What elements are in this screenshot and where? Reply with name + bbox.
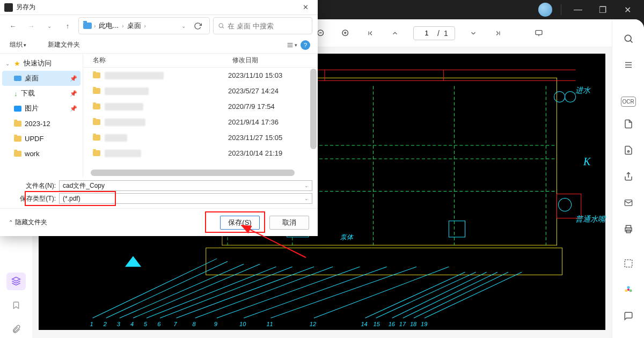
- svg-point-84: [627, 289, 629, 291]
- ocr-icon[interactable]: OCR: [621, 97, 636, 107]
- svg-line-39: [195, 267, 333, 318]
- first-page-button[interactable]: [361, 24, 380, 43]
- bookmark-icon[interactable]: [6, 297, 26, 314]
- user-avatar[interactable]: [538, 3, 552, 17]
- prev-page-button[interactable]: [385, 24, 405, 43]
- attach-icon[interactable]: [6, 320, 26, 338]
- tree-folder-work[interactable]: work: [2, 146, 80, 161]
- organize-button[interactable]: 组织 ▾: [8, 39, 28, 50]
- help-button[interactable]: ?: [301, 40, 310, 50]
- right-rail: OCR: [612, 19, 644, 338]
- svg-text:7: 7: [173, 321, 177, 327]
- column-name[interactable]: 名称: [93, 56, 232, 65]
- tree-folder-updf[interactable]: UPDF: [2, 131, 80, 146]
- tree-pictures[interactable]: 图片📌: [2, 101, 80, 116]
- breadcrumb-pc[interactable]: 此电...: [98, 21, 120, 31]
- pin-icon: 📌: [70, 75, 77, 82]
- page-icon[interactable]: [619, 114, 638, 133]
- tree-quick-access[interactable]: ⌄★快速访问: [2, 56, 80, 71]
- list-icon[interactable]: [619, 55, 638, 74]
- filetype-select[interactable]: (*.pdf)⌄: [59, 193, 312, 204]
- svg-point-28: [565, 91, 576, 102]
- svg-text:15: 15: [374, 321, 380, 327]
- breadcrumb-desktop[interactable]: 桌面: [126, 21, 142, 31]
- scrollbar-horizontal[interactable]: [91, 170, 295, 176]
- zoom-in-button[interactable]: [336, 24, 355, 43]
- file-row[interactable]: 2020/7/9 17:54: [83, 99, 318, 114]
- nav-up-button[interactable]: ↑: [60, 18, 75, 33]
- cad-label-pump: 泵体: [340, 233, 353, 242]
- tree-desktop[interactable]: 桌面📌: [2, 71, 80, 86]
- file-row[interactable]: 2023/11/10 15:03: [83, 68, 318, 83]
- dialog-close-button[interactable]: ✕: [297, 1, 313, 14]
- filename-input[interactable]: cad文件_Copy⌄: [59, 180, 312, 191]
- search-box[interactable]: [213, 17, 312, 34]
- cad-label-outlet: 普通水嘴: [575, 215, 605, 224]
- dialog-titlebar: 另存为 ✕: [0, 0, 318, 15]
- svg-text:18: 18: [410, 321, 417, 327]
- next-page-button[interactable]: [464, 24, 483, 43]
- pin-icon: 📌: [70, 105, 77, 112]
- tree-folder-2023-12[interactable]: 2023-12: [2, 116, 80, 131]
- dialog-footer: ⌃隐藏文件夹 保存(S) 取消: [0, 208, 318, 236]
- chevron-right-icon: ›: [94, 23, 96, 29]
- svg-text:4: 4: [130, 321, 134, 327]
- column-modified[interactable]: 修改日期: [232, 56, 318, 65]
- svg-text:10: 10: [239, 321, 246, 327]
- maximize-button[interactable]: ❐: [590, 0, 615, 19]
- share-icon[interactable]: [619, 167, 638, 186]
- new-folder-button[interactable]: 新建文件夹: [46, 39, 82, 50]
- tree-downloads[interactable]: ↓下载📌: [2, 86, 80, 101]
- page-indicator: / 1: [413, 26, 455, 40]
- svg-line-35: [133, 264, 260, 318]
- flower-icon[interactable]: [619, 280, 638, 299]
- svg-rect-31: [449, 221, 465, 237]
- page-current-input[interactable]: [420, 29, 433, 37]
- pin-icon: 📌: [70, 90, 77, 97]
- save-button[interactable]: 保存(S): [220, 216, 260, 230]
- file-row[interactable]: 2021/9/14 17:36: [83, 114, 318, 130]
- mail-icon[interactable]: [619, 194, 638, 212]
- breadcrumb-dropdown-icon[interactable]: ⌄: [181, 23, 186, 29]
- scrollbar-vertical[interactable]: [310, 69, 317, 149]
- dialog-app-icon: [4, 3, 13, 12]
- last-page-button[interactable]: [488, 24, 508, 43]
- chevron-right-icon: ›: [144, 23, 146, 29]
- hide-folders-toggle[interactable]: ⌃隐藏文件夹: [9, 218, 47, 227]
- file-row[interactable]: 2023/11/27 15:05: [83, 130, 318, 145]
- search-icon[interactable]: [619, 29, 638, 48]
- lock-page-icon[interactable]: [619, 141, 638, 160]
- layers-icon[interactable]: [6, 273, 26, 290]
- refresh-button[interactable]: [190, 18, 205, 33]
- svg-text:2: 2: [103, 321, 107, 327]
- file-row[interactable]: 2023/10/14 21:19: [83, 145, 318, 161]
- svg-point-85: [219, 24, 223, 27]
- file-row[interactable]: 2023/5/27 14:24: [83, 83, 318, 99]
- svg-rect-7: [536, 30, 542, 34]
- svg-line-41: [244, 267, 387, 318]
- dialog-body: ⌄★快速访问 桌面📌 ↓下载📌 图片📌 2023-12 UPDF work 名称…: [0, 54, 318, 177]
- crop-icon[interactable]: [619, 254, 638, 273]
- svg-point-82: [625, 289, 627, 292]
- svg-point-81: [627, 286, 630, 289]
- present-button[interactable]: [529, 24, 548, 43]
- minimize-button[interactable]: —: [566, 0, 590, 19]
- breadcrumb[interactable]: › 此电... › 桌面 › ⌄: [78, 17, 210, 34]
- print-icon[interactable]: [619, 220, 638, 239]
- nav-back-button[interactable]: ←: [5, 18, 20, 33]
- cancel-button[interactable]: 取消: [269, 216, 309, 230]
- dialog-toolbar: 组织 ▾ 新建文件夹 ▾ ?: [0, 36, 318, 54]
- nav-history-button[interactable]: ⌄: [42, 18, 57, 33]
- svg-line-40: [217, 267, 360, 318]
- comment-icon[interactable]: [619, 306, 638, 325]
- cad-label-inlet: 进水: [575, 86, 590, 95]
- search-input[interactable]: [228, 22, 308, 30]
- filename-label: 文件名(N):: [5, 181, 59, 190]
- save-as-dialog: 另存为 ✕ ← → ⌄ ↑ › 此电... › 桌面 › ⌄ 组织 ▾ 新建文件…: [0, 0, 318, 236]
- svg-line-37: [160, 267, 292, 318]
- svg-line-33: [106, 261, 228, 318]
- view-mode-button[interactable]: ▾: [287, 40, 297, 50]
- svg-text:3: 3: [117, 321, 121, 327]
- nav-forward-button[interactable]: →: [24, 18, 39, 33]
- close-button[interactable]: ✕: [615, 0, 640, 19]
